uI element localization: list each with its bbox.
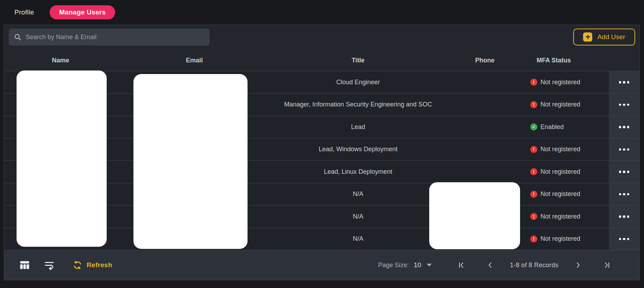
cell-mfa-status: ! Not registered	[525, 94, 609, 116]
cell-mfa-status: ! Not registered	[525, 228, 609, 250]
row-actions-menu-button[interactable]	[616, 213, 632, 221]
last-page-icon	[603, 261, 611, 269]
mfa-status-icon: !	[530, 235, 537, 243]
nav-manage-users[interactable]: Manage Users	[50, 5, 115, 19]
page-size-label: Page Size:	[378, 262, 409, 269]
cell-mfa-status: ! Not registered	[525, 206, 609, 228]
mfa-status-label: Not registered	[540, 146, 580, 153]
mfa-status-label: Not registered	[540, 101, 580, 108]
chevron-right-icon	[574, 261, 582, 269]
page-size-select[interactable]: Page Size: 10	[378, 261, 432, 269]
table-columns-icon	[19, 259, 30, 271]
chevron-left-icon	[486, 261, 494, 269]
redaction-overlay-phone-column	[429, 182, 520, 249]
mfa-status-label: Enabled	[540, 123, 564, 131]
previous-page-button[interactable]	[482, 259, 498, 271]
pagination: 1-8 of 8 Records	[454, 259, 615, 271]
row-actions-menu-button[interactable]	[616, 101, 632, 109]
redaction-overlay-email-column	[133, 74, 248, 249]
row-actions-menu-button[interactable]	[616, 235, 632, 243]
first-page-button[interactable]	[454, 259, 469, 271]
cell-title: Cloud Engineer	[272, 71, 444, 93]
nav-profile[interactable]: Profile	[14, 8, 34, 16]
cell-title: N/A	[272, 206, 444, 228]
mfa-status-label: Not registered	[540, 168, 580, 176]
row-actions-menu-button[interactable]	[616, 190, 632, 198]
refresh-button[interactable]: Refresh	[73, 260, 112, 270]
column-header-email: Email	[117, 57, 272, 64]
records-count-label: 1-8 of 8 Records	[510, 262, 558, 269]
column-header-title: Title	[272, 57, 444, 64]
wrap-text-button[interactable]	[42, 257, 57, 273]
mfa-status-icon: !	[530, 191, 537, 198]
wrap-text-icon	[44, 259, 55, 271]
redaction-overlay-name-column	[17, 71, 107, 247]
mfa-status-icon: !	[530, 101, 537, 108]
cell-mfa-status: ! Not registered	[525, 71, 609, 93]
cell-title: Lead, Windows Deployment	[272, 139, 444, 161]
mfa-status-label: Not registered	[540, 190, 580, 198]
first-page-icon	[457, 261, 465, 269]
last-page-button[interactable]	[599, 259, 615, 271]
column-header-phone: Phone	[444, 57, 525, 64]
page-size-value: 10	[414, 261, 421, 269]
add-user-label: Add User	[597, 33, 625, 41]
column-header-mfa-status: MFA Status	[525, 57, 609, 64]
cell-phone	[444, 161, 525, 183]
search-input-wrapper[interactable]	[9, 29, 210, 45]
search-icon	[14, 33, 21, 41]
cell-actions	[609, 71, 639, 93]
mfa-status-label: Not registered	[540, 213, 580, 220]
cell-actions	[609, 94, 639, 116]
row-actions-menu-button[interactable]	[616, 123, 632, 131]
cell-actions	[609, 161, 639, 183]
mfa-status-label: Not registered	[540, 235, 580, 243]
cell-phone	[444, 139, 525, 161]
cell-title: Lead	[272, 116, 444, 138]
row-actions-menu-button[interactable]	[616, 146, 632, 154]
mfa-status-icon: !	[530, 168, 537, 175]
plus-icon: +	[583, 32, 592, 42]
cell-title: N/A	[272, 228, 444, 250]
cell-mfa-status: ! Not registered	[525, 161, 609, 183]
cell-title: Lead, Linux Deployment	[272, 161, 444, 183]
cell-phone	[444, 116, 525, 138]
chevron-down-icon	[427, 264, 432, 266]
mfa-status-icon: ✓	[530, 123, 537, 130]
cell-title: N/A	[272, 183, 444, 206]
add-user-button[interactable]: + Add User	[573, 29, 635, 45]
cell-actions	[609, 206, 639, 228]
cell-actions	[609, 183, 639, 206]
cell-phone	[444, 71, 525, 93]
cell-mfa-status: ! Not registered	[525, 139, 609, 161]
mfa-status-icon: !	[530, 213, 537, 220]
mfa-status-label: Not registered	[540, 79, 580, 86]
cell-actions	[609, 228, 639, 250]
next-page-button[interactable]	[570, 259, 586, 271]
mfa-status-icon: !	[530, 79, 537, 86]
table-toolbar: + Add User	[4, 25, 639, 50]
refresh-label: Refresh	[87, 261, 112, 269]
search-input[interactable]	[26, 33, 205, 41]
cell-mfa-status: ✓ Enabled	[525, 116, 609, 138]
top-nav: Profile Manage Users	[0, 0, 644, 25]
cell-actions	[609, 116, 639, 138]
cell-phone	[444, 94, 525, 116]
column-layout-button[interactable]	[17, 257, 32, 273]
row-actions-menu-button[interactable]	[616, 168, 632, 176]
row-actions-menu-button[interactable]	[616, 78, 632, 86]
cell-actions	[609, 139, 639, 161]
mfa-status-icon: !	[530, 146, 537, 153]
table-header: Name Email Title Phone MFA Status	[4, 50, 639, 71]
cell-title: Manager, Information Security Engineerin…	[272, 94, 444, 116]
cell-mfa-status: ! Not registered	[525, 183, 609, 206]
table-footer: Refresh Page Size: 10 1	[4, 250, 639, 280]
column-header-name: Name	[4, 57, 117, 64]
refresh-icon	[73, 260, 82, 270]
